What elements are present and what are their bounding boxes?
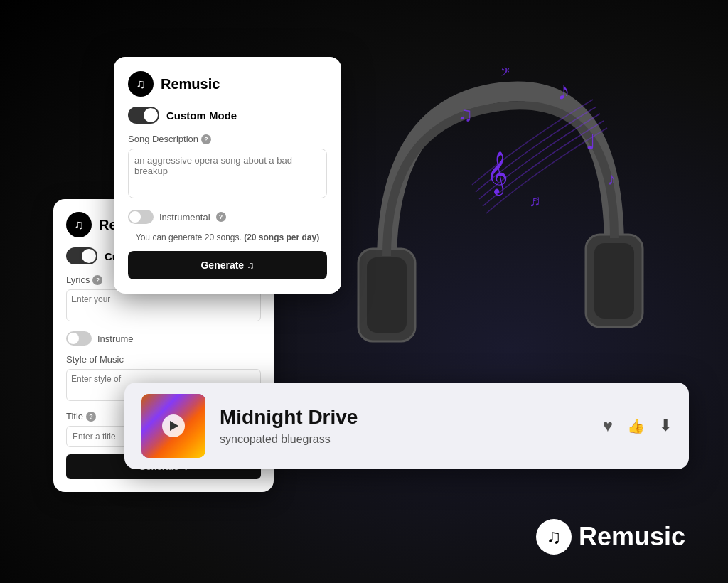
back-style-label: Style of Music: [66, 354, 261, 365]
player-actions: ♥ 👍 ⬇: [603, 416, 672, 436]
back-instrumental-row: Instrume: [66, 331, 261, 346]
back-toggle-knob: [82, 249, 96, 263]
custom-mode-row: Custom Mode: [128, 107, 327, 124]
svg-rect-1: [367, 257, 407, 333]
song-description-input[interactable]: [128, 149, 327, 198]
player-info: Midnight Drive syncopated bluegrass: [220, 406, 589, 446]
generate-button[interactable]: Generate ♫: [128, 251, 327, 279]
back-lyrics-help[interactable]: ?: [92, 275, 102, 285]
back-instrumental-label: Instrume: [97, 333, 134, 344]
svg-text:♬: ♬: [529, 192, 541, 210]
music-notes-decoration: 𝄞 ♪ ♩ ♫ ♬ ♪ 𝄢: [444, 43, 643, 242]
main-logo-icon: ♫: [128, 71, 154, 97]
song-description-label: Song Description ?: [128, 134, 327, 144]
song-desc-help-icon[interactable]: ?: [201, 134, 211, 144]
svg-text:𝄢: 𝄢: [500, 65, 510, 81]
instrumental-help-icon[interactable]: ?: [216, 212, 226, 222]
brand-bottom: ♫ Remusic: [536, 519, 685, 555]
main-logo-text: Remusic: [161, 76, 220, 92]
card-main: ♫ Remusic Custom Mode Song Description ?…: [114, 57, 341, 294]
svg-text:♪: ♪: [557, 76, 570, 105]
heart-icon[interactable]: ♥: [603, 416, 613, 436]
back-lyrics-input[interactable]: [66, 289, 261, 321]
svg-text:♫: ♫: [458, 103, 473, 125]
player-title: Midnight Drive: [220, 406, 589, 429]
play-triangle-icon: [170, 421, 178, 431]
instrumental-toggle[interactable]: [128, 210, 154, 224]
custom-mode-label: Custom Mode: [166, 109, 237, 122]
brand-name: Remusic: [579, 522, 685, 552]
svg-text:♩: ♩: [586, 130, 596, 154]
back-logo-icon: ♫: [66, 212, 92, 237]
play-button[interactable]: [162, 414, 185, 437]
brand-logo-icon: ♫: [536, 519, 572, 555]
like-icon[interactable]: 👍: [627, 417, 645, 434]
toggle-knob: [144, 108, 158, 122]
player-card: Midnight Drive syncopated bluegrass ♥ 👍 …: [124, 383, 689, 469]
player-genre: syncopated bluegrass: [220, 433, 589, 446]
svg-text:♪: ♪: [607, 169, 616, 188]
instrumental-knob: [129, 211, 141, 223]
generate-info: You can generate 20 songs. (20 songs per…: [128, 232, 327, 242]
custom-mode-toggle[interactable]: [128, 107, 159, 124]
back-instrumental-toggle[interactable]: [66, 331, 92, 346]
svg-rect-3: [594, 243, 634, 319]
back-instrumental-knob: [68, 333, 79, 344]
download-icon[interactable]: ⬇: [659, 417, 672, 435]
instrumental-row: Instrumental ?: [128, 210, 327, 224]
player-thumbnail: [141, 394, 205, 458]
back-title-help[interactable]: ?: [86, 412, 96, 422]
instrumental-label: Instrumental: [159, 212, 210, 223]
main-logo-row: ♫ Remusic: [128, 71, 327, 97]
back-custom-mode-toggle[interactable]: [66, 247, 97, 264]
